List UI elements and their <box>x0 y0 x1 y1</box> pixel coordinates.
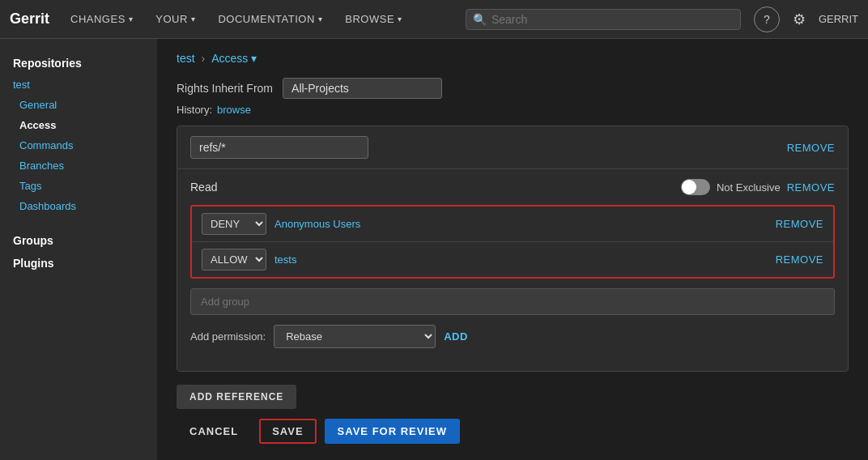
cancel-button[interactable]: CANCEL <box>177 419 251 444</box>
content-area: test › Access ▾ Rights Inherit From Hist… <box>157 39 868 460</box>
sidebar-item-dashboards[interactable]: Dashboards <box>0 196 157 216</box>
add-group-input[interactable] <box>190 288 835 315</box>
breadcrumb-repo[interactable]: test <box>177 52 195 65</box>
add-permission-label: Add permission: <box>190 330 266 343</box>
ref-remove-button[interactable]: REMOVE <box>787 142 835 154</box>
breadcrumb-access[interactable]: Access ▾ <box>211 52 257 65</box>
breadcrumb-separator: › <box>202 52 206 65</box>
breadcrumb-caret: ▾ <box>251 52 257 65</box>
sidebar-item-access[interactable]: Access <box>0 115 157 135</box>
save-button[interactable]: SAVE <box>259 419 316 444</box>
sidebar-item-general[interactable]: General <box>0 95 157 115</box>
user-label: GERRIT <box>819 13 858 25</box>
permission-row-deny: DENY ALLOW Anonymous Users REMOVE <box>192 207 833 241</box>
exclusive-label: Not Exclusive <box>717 181 781 194</box>
allow-select[interactable]: ALLOW DENY <box>202 249 266 270</box>
deny-select[interactable]: DENY ALLOW <box>202 213 266 235</box>
read-section: Read Not Exclusive REMOVE DENY AL <box>177 169 848 358</box>
rights-inherit-section: Rights Inherit From History: browse <box>177 78 849 116</box>
breadcrumb: test › Access ▾ <box>177 52 849 65</box>
nav-documentation[interactable]: DOCUMENTATION ▾ <box>210 0 330 39</box>
top-navigation: Gerrit CHANGES ▾ YOUR ▾ DOCUMENTATION ▾ … <box>0 0 868 39</box>
read-label: Read <box>190 181 217 194</box>
rights-inherit-input[interactable] <box>283 78 442 99</box>
search-input[interactable] <box>491 13 734 26</box>
history-label: History: <box>177 104 212 116</box>
changes-caret: ▾ <box>129 15 134 23</box>
toggle-knob <box>682 180 696 194</box>
access-section: REMOVE Read Not Exclusive REMOVE <box>177 126 849 372</box>
deny-group-link[interactable]: Anonymous Users <box>274 218 360 230</box>
add-permission-select[interactable]: Rebase Read Push Create Forge Author <box>274 325 436 348</box>
main-layout: Repositories test General Access Command… <box>0 39 868 460</box>
browse-caret: ▾ <box>398 15 402 23</box>
ref-input[interactable] <box>190 136 368 159</box>
gear-icon[interactable]: ⚙ <box>793 11 806 28</box>
read-header: Read Not Exclusive REMOVE <box>190 179 835 195</box>
sidebar-item-test[interactable]: test <box>0 75 157 95</box>
sidebar: Repositories test General Access Command… <box>0 39 157 460</box>
add-permission-button[interactable]: ADD <box>444 330 468 343</box>
nav-your[interactable]: YOUR ▾ <box>147 0 203 39</box>
sidebar-item-branches[interactable]: Branches <box>0 155 157 176</box>
exclusive-row: Not Exclusive REMOVE <box>681 179 835 195</box>
rights-inherit-label: Rights Inherit From <box>177 82 273 95</box>
help-icon[interactable]: ? <box>754 6 780 32</box>
nav-changes[interactable]: CHANGES ▾ <box>62 0 141 39</box>
deny-remove-button[interactable]: REMOVE <box>776 218 823 230</box>
sidebar-plugins-header[interactable]: Plugins <box>0 252 157 275</box>
app-logo: Gerrit <box>10 11 49 28</box>
read-remove-button[interactable]: REMOVE <box>787 181 835 194</box>
add-reference-button[interactable]: ADD REFERENCE <box>177 385 296 409</box>
sidebar-item-tags[interactable]: Tags <box>0 176 157 196</box>
search-bar[interactable]: 🔍 <box>466 9 741 30</box>
allow-remove-button[interactable]: REMOVE <box>776 253 823 266</box>
exclusive-toggle[interactable] <box>681 179 710 195</box>
ref-row: REMOVE <box>177 126 848 169</box>
save-for-review-button[interactable]: SAVE FOR REVIEW <box>325 419 460 444</box>
sidebar-groups-header[interactable]: Groups <box>0 229 157 252</box>
your-caret: ▾ <box>191 15 196 23</box>
docs-caret: ▾ <box>318 15 323 23</box>
bottom-actions: ADD REFERENCE <box>177 385 849 409</box>
add-permission-row: Add permission: Rebase Read Push Create … <box>190 325 835 348</box>
action-buttons: CANCEL SAVE SAVE FOR REVIEW <box>177 419 849 444</box>
history-browse-link[interactable]: browse <box>217 104 251 116</box>
permission-row-allow: ALLOW DENY tests REMOVE <box>192 241 833 277</box>
allow-group-link[interactable]: tests <box>274 253 296 266</box>
sidebar-repositories-header[interactable]: Repositories <box>0 52 157 75</box>
nav-browse[interactable]: BROWSE ▾ <box>337 0 410 39</box>
search-icon: 🔍 <box>473 13 487 26</box>
sidebar-item-commands[interactable]: Commands <box>0 135 157 155</box>
permission-rows: DENY ALLOW Anonymous Users REMOVE ALLOW … <box>190 205 835 279</box>
